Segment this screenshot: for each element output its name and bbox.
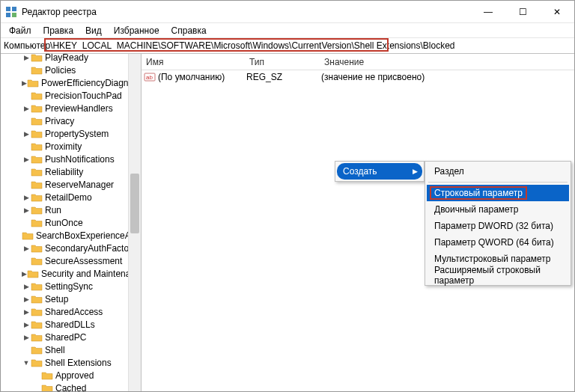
folder-icon [41, 370, 53, 381]
expand-icon[interactable]: ▶ [22, 194, 31, 201]
tree-item-label: SharedPC [45, 332, 86, 343]
expand-icon[interactable]: ▶ [22, 156, 31, 163]
expand-icon[interactable]: ▶ [22, 295, 31, 303]
tree-view[interactable]: ▶PlayReadyPolicies▶PowerEfficiencyDiagno… [1, 54, 142, 391]
col-type[interactable]: Тип [245, 57, 320, 67]
tree-item[interactable]: ▶RetailDemo [1, 191, 141, 203]
list-header: Имя Тип Значение [142, 54, 574, 70]
tree-item[interactable]: ▶SettingSync [1, 280, 141, 293]
tree-item[interactable]: ▶SharedPC [1, 331, 141, 343]
list-row[interactable]: ab (По умолчанию) REG_SZ (значение не пр… [142, 70, 574, 84]
folder-icon [31, 345, 43, 355]
folder-icon [31, 129, 43, 139]
tree-item[interactable]: Privacy [1, 114, 141, 127]
tree-item[interactable]: ▶SecondaryAuthFactor [1, 242, 141, 254]
tree-item[interactable]: ▶PowerEfficiencyDiagnostics [1, 76, 141, 89]
tree-item[interactable]: Shell [1, 343, 141, 356]
tree-item-label: Privacy [45, 116, 74, 126]
maximize-button[interactable]: ☐ [505, 1, 540, 22]
tree-item[interactable]: ▶SharedDLLs [1, 318, 141, 331]
tree-item[interactable]: Reliability [1, 165, 141, 178]
expand-icon[interactable]: ▶ [22, 334, 31, 341]
menu-help[interactable]: Справка [166, 25, 212, 37]
context-submenu-new: Раздел Строковый параметр Двоичный парам… [425, 161, 571, 286]
expand-icon[interactable]: ▶ [22, 54, 31, 61]
tree-item[interactable]: ▶Security and Maintenance [1, 267, 141, 280]
ctx-new-expandstring[interactable]: Расширяемый строковый параметр [427, 267, 569, 284]
tree-scrollbar[interactable] [128, 54, 141, 391]
tree-item[interactable]: Proximity [1, 140, 141, 153]
app-icon [5, 6, 17, 18]
expand-icon[interactable]: ▶ [22, 245, 31, 252]
value-type: REG_SZ [246, 72, 321, 82]
tree-item-label: Approved [55, 370, 94, 381]
close-button[interactable]: ✕ [540, 1, 574, 22]
expand-icon[interactable]: ▶ [22, 321, 31, 328]
folder-icon [31, 256, 43, 266]
tree-item[interactable]: Policies [1, 64, 141, 76]
address-label: Компьютер [4, 40, 50, 51]
tree-item[interactable]: ▶PropertySystem [1, 127, 141, 140]
client-area: ▶PlayReadyPolicies▶PowerEfficiencyDiagno… [1, 54, 574, 391]
list-view[interactable]: Имя Тип Значение ab (По умолчанию) REG_S… [142, 54, 574, 391]
folder-icon [41, 383, 53, 392]
ctx-new-qword[interactable]: Параметр QWORD (64 бита) [427, 234, 569, 251]
tree-item[interactable]: ▶Run [1, 203, 141, 216]
tree-item[interactable]: ReserveManager [1, 178, 141, 191]
folder-icon [31, 65, 43, 76]
tree-item-label: Setup [45, 294, 68, 304]
expand-icon[interactable]: ▶ [22, 130, 31, 138]
menu-edit[interactable]: Правка [38, 25, 79, 37]
col-name[interactable]: Имя [142, 57, 245, 67]
ctx-new-key[interactable]: Раздел [427, 163, 569, 180]
tree-item[interactable]: ▶PreviewHandlers [1, 102, 141, 114]
menu-favorites[interactable]: Избранное [109, 25, 165, 37]
folder-icon [31, 167, 43, 177]
menubar: Файл Правка Вид Избранное Справка [1, 23, 574, 38]
ctx-create[interactable]: Создать ▶ [337, 163, 422, 180]
ctx-new-binary[interactable]: Двоичный параметр [427, 201, 569, 218]
col-value[interactable]: Значение [320, 57, 574, 67]
tree-item[interactable]: Cached [1, 382, 141, 391]
folder-icon [27, 78, 39, 88]
folder-icon [31, 192, 43, 203]
folder-icon [31, 358, 43, 368]
folder-icon [31, 141, 43, 152]
tree-item-label: SharedDLLs [45, 319, 95, 330]
string-value-icon: ab [144, 71, 156, 83]
tree-item[interactable]: ▶SharedAccess [1, 305, 141, 318]
menu-view[interactable]: Вид [80, 25, 107, 37]
minimize-button[interactable]: — [471, 1, 505, 22]
svg-rect-3 [12, 13, 16, 17]
tree-item[interactable]: ▶PlayReady [1, 54, 141, 64]
ctx-new-string[interactable]: Строковый параметр [427, 185, 569, 201]
expand-icon[interactable]: ▶ [22, 283, 31, 290]
folder-icon [31, 332, 43, 343]
tree-item[interactable]: RunOnce [1, 216, 141, 229]
tree-item-label: Proximity [45, 141, 82, 152]
address-bar[interactable]: Компьютер \HKEY_LOCAL_MACHINE\SOFTWARE\M… [1, 38, 574, 54]
expand-icon[interactable]: ▶ [22, 206, 31, 214]
tree-item[interactable]: SecureAssessment [1, 254, 141, 267]
tree-item[interactable]: ▶Setup [1, 293, 141, 305]
tree-item-label: RunOnce [45, 218, 83, 228]
tree-item-label: SecondaryAuthFactor [45, 243, 132, 254]
tree-item[interactable]: ▶PushNotifications [1, 153, 141, 165]
tree-item-label: SharedAccess [45, 307, 103, 317]
expand-icon[interactable]: ▶ [22, 270, 27, 278]
ctx-new-dword[interactable]: Параметр DWORD (32 бита) [427, 218, 569, 234]
folder-icon [31, 116, 43, 126]
tree-item[interactable]: SearchBoxExperienceArgsProvider [1, 229, 141, 242]
tree-item-label: PrecisionTouchPad [45, 91, 122, 101]
expand-icon[interactable]: ▶ [22, 308, 31, 316]
scrollbar-thumb[interactable] [130, 174, 139, 233]
folder-icon [31, 319, 43, 330]
tree-item[interactable]: Approved [1, 369, 141, 382]
expand-icon[interactable]: ▼ [22, 359, 31, 367]
tree-item[interactable]: ▼Shell Extensions [1, 356, 141, 369]
menu-file[interactable]: Файл [4, 25, 37, 37]
expand-icon[interactable]: ▶ [22, 79, 27, 87]
address-path: \HKEY_LOCAL_MACHINE\SOFTWARE\Microsoft\W… [50, 40, 571, 51]
tree-item[interactable]: PrecisionTouchPad [1, 89, 141, 102]
expand-icon[interactable]: ▶ [22, 105, 31, 112]
